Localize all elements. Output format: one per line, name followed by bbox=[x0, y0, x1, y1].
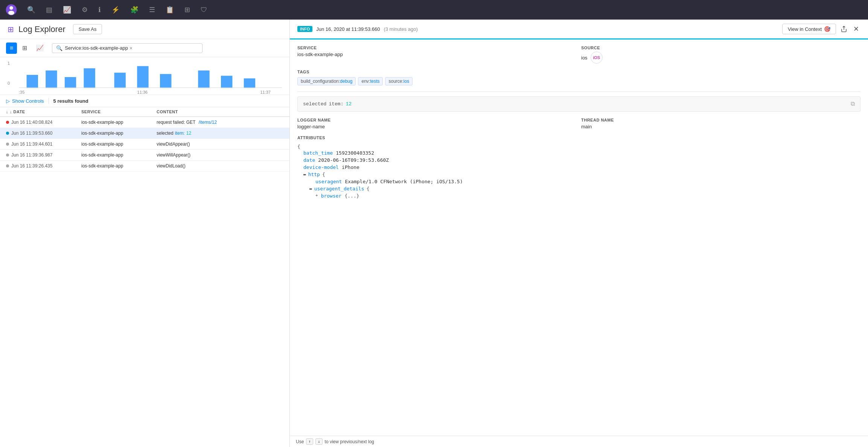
svg-rect-7 bbox=[114, 73, 126, 88]
list-view-button[interactable]: ≡ bbox=[6, 43, 17, 54]
tag-source[interactable]: source:ios bbox=[385, 77, 413, 85]
info-badge: INFO bbox=[297, 26, 312, 32]
row-date: Jun 16 11:39:26.435 bbox=[6, 163, 81, 169]
down-key: ↓ bbox=[315, 438, 323, 445]
page-header: ⊞ Log Explorer Save As bbox=[0, 20, 289, 39]
nav-icon-puzzle[interactable]: 🧩 bbox=[129, 4, 140, 15]
chart-x-label-2: 11:37 bbox=[260, 90, 271, 94]
http-children: useragent Example/1.0 CFNetwork (iPhone;… bbox=[297, 178, 860, 199]
right-panel: INFO Jun 16, 2020 at 11:39:53.660 (3 min… bbox=[290, 20, 868, 447]
logger-name-section: LOGGER NAME logger-name bbox=[297, 118, 577, 129]
show-controls-icon: ▷ bbox=[6, 98, 10, 104]
detail-header: INFO Jun 16, 2020 at 11:39:53.660 (3 min… bbox=[290, 20, 868, 40]
attr-date: date 2020-06-16T09:39:53.660Z bbox=[297, 157, 860, 164]
header-actions: View in Context 🎯 ✕ bbox=[782, 23, 860, 35]
app-logo[interactable] bbox=[5, 3, 18, 17]
meta-grid: SERVICE ios-sdk-example-app SOURCE ios i… bbox=[297, 46, 860, 64]
tags-list: build_configuration:debug env:tests sour… bbox=[297, 77, 860, 85]
log-level-dot bbox=[6, 154, 9, 157]
nav-icon-grid[interactable]: ⊞ bbox=[183, 4, 192, 15]
table-row[interactable]: Jun 16 11:39:44.601 ios-sdk-example-app … bbox=[0, 139, 289, 150]
search-bar: 🔍 Service:ios-sdk-example-app × bbox=[52, 43, 203, 53]
show-controls-button[interactable]: ▷ Show Controls bbox=[6, 98, 44, 104]
results-count: 5 results found bbox=[53, 98, 88, 104]
col-header-date: ↓ ↓ DATE bbox=[6, 109, 81, 114]
col-header-service: SERVICE bbox=[81, 109, 157, 114]
nav-icon-lightning[interactable]: ⚡ bbox=[110, 4, 121, 15]
nav-icon-docs[interactable]: 📋 bbox=[164, 4, 175, 15]
log-ago: (3 minutes ago) bbox=[384, 26, 417, 32]
table-view-button[interactable]: ⊞ bbox=[18, 42, 31, 54]
table-row[interactable]: Jun 16 11:39:36.987 ios-sdk-example-app … bbox=[0, 150, 289, 161]
row-content: viewWillAppear() bbox=[157, 152, 283, 158]
chart-x-label-1: 11:36 bbox=[137, 90, 148, 94]
nav-icon-info[interactable]: ℹ bbox=[97, 4, 102, 15]
logger-thread-grid: LOGGER NAME logger-name THREAD NAME main bbox=[297, 118, 860, 129]
table-row[interactable]: Jun 16 11:39:26.435 ios-sdk-example-app … bbox=[0, 161, 289, 172]
tags-label: TAGS bbox=[297, 70, 860, 74]
attr-http-group[interactable]: ▬ http { bbox=[297, 171, 860, 178]
tag-build-config[interactable]: build_configuration:debug bbox=[297, 77, 356, 85]
code-content: selected item: 12 bbox=[303, 101, 352, 107]
row-date: Jun 16 11:39:36.987 bbox=[6, 152, 81, 158]
svg-rect-10 bbox=[198, 70, 209, 88]
nav-icon-workflow[interactable]: ⚙ bbox=[80, 4, 89, 15]
bottom-bar: Use ↑ ↓ to view previous/next log bbox=[290, 436, 868, 447]
svg-rect-6 bbox=[84, 68, 95, 88]
attr-batch-time: batch_time 1592300403352 bbox=[297, 149, 860, 157]
log-level-dot bbox=[6, 143, 9, 146]
svg-rect-11 bbox=[221, 76, 232, 88]
source-value: ios iOS bbox=[581, 52, 860, 64]
chart-y-min: 0 bbox=[8, 81, 10, 85]
source-label: SOURCE bbox=[581, 46, 860, 50]
page-title: Log Explorer bbox=[18, 24, 65, 34]
thread-name-label: THREAD NAME bbox=[581, 118, 860, 122]
log-timestamp: Jun 16, 2020 at 11:39:53.660 bbox=[316, 26, 380, 32]
useragent-details-expand-icon: ▬ bbox=[309, 186, 312, 191]
row-service: ios-sdk-example-app bbox=[81, 120, 157, 125]
attr-useragent: useragent Example/1.0 CFNetwork (iPhone;… bbox=[309, 178, 860, 185]
row-content: viewDidAppear() bbox=[157, 141, 283, 147]
service-label: SERVICE bbox=[297, 46, 577, 50]
bottom-bar-suffix: to view previous/next log bbox=[325, 439, 374, 444]
http-expand-icon: ▬ bbox=[303, 172, 306, 177]
search-tag: Service:ios-sdk-example-app × bbox=[65, 45, 132, 51]
nav-icon-chart[interactable]: 📈 bbox=[61, 4, 73, 15]
view-in-context-button[interactable]: View in Context 🎯 bbox=[782, 24, 836, 34]
attr-browser[interactable]: + browser {...} bbox=[315, 192, 860, 199]
attr-useragent-details-group[interactable]: ▬ useragent_details { bbox=[309, 185, 860, 192]
left-panel: ⊞ Log Explorer Save As ≡ ⊞ 📈 🔍 Service:i… bbox=[0, 20, 290, 447]
attributes-label: ATTRIBUTES bbox=[297, 135, 860, 140]
chart-x-labels: :35 11:36 11:37 bbox=[8, 89, 282, 94]
service-section: SERVICE ios-sdk-example-app bbox=[297, 46, 577, 64]
table-row[interactable]: Jun 16 11:39:53.660 ios-sdk-example-app … bbox=[0, 128, 289, 139]
service-value: ios-sdk-example-app bbox=[297, 52, 577, 57]
nav-icon-shield[interactable]: 🛡 bbox=[199, 5, 209, 15]
up-key: ↑ bbox=[306, 438, 313, 445]
nav-icon-list[interactable]: ▤ bbox=[44, 4, 54, 15]
search-tag-remove[interactable]: × bbox=[129, 45, 132, 51]
copy-icon[interactable]: ⧉ bbox=[851, 100, 855, 108]
svg-rect-5 bbox=[65, 77, 76, 88]
svg-rect-9 bbox=[160, 74, 171, 88]
table-row[interactable]: Jun 16 11:40:08.824 ios-sdk-example-app … bbox=[0, 117, 289, 128]
log-level-dot bbox=[6, 132, 9, 135]
share-button[interactable] bbox=[839, 24, 849, 34]
tag-env[interactable]: env:tests bbox=[358, 77, 383, 85]
svg-rect-4 bbox=[46, 70, 57, 88]
row-content: viewDidLoad() bbox=[157, 163, 283, 169]
row-content: selected item: 12 bbox=[157, 131, 283, 136]
nav-icon-menu[interactable]: ☰ bbox=[148, 4, 157, 15]
nav-icon-search[interactable]: 🔍 bbox=[26, 4, 37, 15]
log-explorer-icon: ⊞ bbox=[8, 25, 14, 34]
log-table: ↓ ↓ DATE SERVICE CONTENT Jun 16 11:40:08… bbox=[0, 107, 289, 447]
bottom-bar-text: Use bbox=[296, 439, 304, 444]
row-service: ios-sdk-example-app bbox=[81, 141, 157, 147]
row-content: request failed: GET /items/12 bbox=[157, 120, 283, 125]
controls-bar: ▷ Show Controls 5 results found bbox=[0, 95, 289, 107]
chart-view-button[interactable]: 📈 bbox=[32, 42, 47, 54]
close-button[interactable]: ✕ bbox=[852, 23, 860, 35]
row-date: Jun 16 11:39:44.601 bbox=[6, 141, 81, 147]
chart-x-label-0: :35 bbox=[19, 90, 24, 94]
save-as-button[interactable]: Save As bbox=[73, 24, 102, 34]
